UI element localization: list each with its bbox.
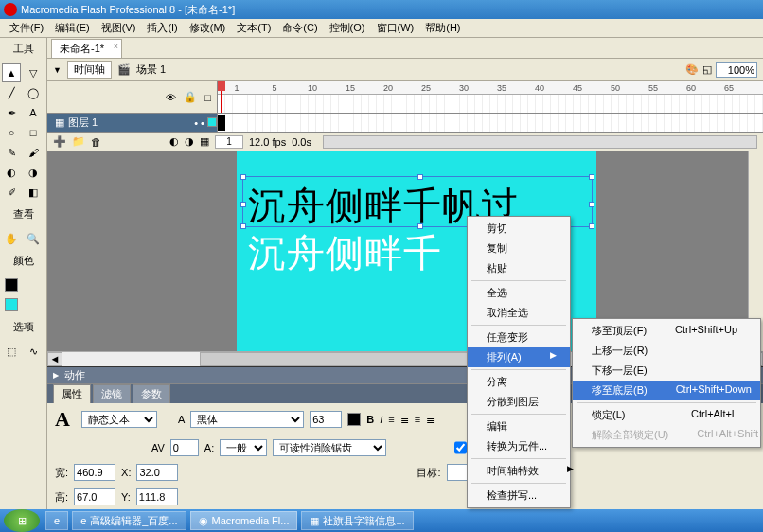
align-center-icon[interactable]: ≣ bbox=[400, 414, 409, 426]
menu-item[interactable]: 编辑 bbox=[468, 417, 570, 436]
letter-spacing[interactable] bbox=[170, 439, 199, 456]
delete-layer-icon[interactable]: 🗑 bbox=[91, 136, 101, 148]
onion3-icon[interactable]: ▦ bbox=[200, 135, 209, 148]
start-button[interactable]: ⊞ bbox=[4, 509, 40, 532]
add-folder-icon[interactable]: 📁 bbox=[72, 135, 85, 148]
zoom-tool[interactable]: 🔍 bbox=[24, 229, 43, 248]
lock-icon[interactable]: 🔒 bbox=[184, 91, 197, 103]
menu-item[interactable]: 粘贴 bbox=[468, 258, 570, 278]
italic-button[interactable]: I bbox=[380, 414, 382, 425]
text-color[interactable] bbox=[347, 413, 361, 426]
menu-item[interactable]: 时间轴特效▶ bbox=[468, 461, 570, 481]
stage-text-white[interactable]: 沉舟侧畔千 bbox=[248, 227, 442, 279]
hand-tool[interactable]: ✋ bbox=[2, 229, 21, 248]
current-frame[interactable] bbox=[215, 135, 243, 149]
menu-item[interactable]: 帮助(H) bbox=[419, 21, 466, 35]
zoom-input[interactable] bbox=[716, 62, 757, 78]
menu-item[interactable]: 修改(M) bbox=[184, 21, 232, 35]
width-input[interactable] bbox=[74, 464, 115, 481]
frame-ruler[interactable]: 15101520253035404550556065 bbox=[218, 81, 763, 95]
oval-tool[interactable]: ○ bbox=[2, 123, 21, 142]
menu-item[interactable]: 检查拼写... bbox=[468, 486, 570, 505]
layer-name[interactable]: ▦ 图层 1 • • bbox=[47, 114, 218, 132]
props-tab[interactable]: 参数 bbox=[133, 384, 170, 403]
text-tool[interactable]: A bbox=[24, 103, 43, 122]
menu-item[interactable]: 移至顶层(F)Ctrl+Shift+Up bbox=[573, 321, 760, 341]
menu-item[interactable]: 排列(A)▶ bbox=[468, 347, 570, 367]
taskbar-item[interactable]: ▦社旗县字籍信息... bbox=[301, 511, 413, 530]
workspace-icon[interactable]: 🎨 bbox=[685, 63, 699, 76]
selection-tool[interactable]: ▲ bbox=[2, 63, 21, 82]
align-left-icon[interactable]: ≡ bbox=[388, 414, 394, 425]
ink-tool[interactable]: ◐ bbox=[2, 163, 21, 182]
dropper-tool[interactable]: ✐ bbox=[2, 183, 21, 202]
menu-item[interactable]: 任意变形 bbox=[468, 328, 570, 347]
add-layer-icon[interactable]: ➕ bbox=[53, 135, 66, 148]
height-input[interactable] bbox=[74, 488, 115, 505]
timeline-button[interactable]: 时间轴 bbox=[67, 61, 112, 79]
menu-item[interactable]: 剪切 bbox=[468, 219, 570, 239]
no-stroke[interactable] bbox=[24, 275, 43, 294]
props-tab[interactable]: 属性 bbox=[53, 384, 91, 403]
menu-item[interactable]: 转换为元件... bbox=[468, 436, 570, 456]
close-icon[interactable]: × bbox=[114, 42, 118, 51]
taskbar-item[interactable]: ◉Macromedia Fl... bbox=[190, 511, 298, 530]
props-tab[interactable]: 滤镜 bbox=[93, 384, 131, 403]
lasso-tool[interactable]: ◯ bbox=[24, 83, 43, 102]
bucket-tool[interactable]: ◑ bbox=[24, 163, 43, 182]
font-size[interactable] bbox=[310, 411, 342, 428]
antialias-select[interactable]: 可读性消除锯齿 bbox=[273, 439, 386, 456]
onion-icon[interactable]: ◐ bbox=[169, 135, 179, 148]
align-justify-icon[interactable]: ≣ bbox=[426, 414, 435, 426]
eye-icon[interactable]: 👁 bbox=[166, 92, 176, 103]
position-select[interactable]: 一般 bbox=[220, 439, 267, 456]
menu-item[interactable]: 控制(O) bbox=[324, 21, 371, 35]
onion2-icon[interactable]: ◑ bbox=[185, 135, 194, 148]
taskbar-item[interactable]: e高级编辑器_百度... bbox=[72, 511, 186, 530]
keyframe[interactable] bbox=[218, 115, 225, 131]
snap-option[interactable]: ⬚ bbox=[2, 342, 21, 361]
menu-item[interactable]: 分离 bbox=[468, 372, 570, 392]
menu-item[interactable]: 下移一层(E) bbox=[573, 361, 760, 381]
taskbar-ie[interactable]: e bbox=[45, 511, 68, 530]
menu-item[interactable]: 文本(T) bbox=[231, 21, 276, 35]
menu-item[interactable]: 窗口(W) bbox=[371, 21, 420, 35]
smooth-option[interactable]: ∿ bbox=[24, 342, 43, 361]
pencil-tool[interactable]: ✎ bbox=[2, 143, 21, 162]
menu-item[interactable]: 移至底层(B)Ctrl+Shift+Down bbox=[573, 381, 760, 400]
chevron-down-icon[interactable]: ▼ bbox=[53, 65, 62, 75]
doc-tab[interactable]: 未命名-1* × bbox=[51, 39, 122, 58]
x-input[interactable] bbox=[136, 464, 178, 481]
menu-item[interactable]: 文件(F) bbox=[4, 21, 49, 35]
eraser-tool[interactable]: ◧ bbox=[24, 183, 43, 202]
rect-tool[interactable]: □ bbox=[24, 123, 43, 142]
menu-item[interactable]: 视图(V) bbox=[96, 21, 142, 35]
stroke-color[interactable] bbox=[2, 275, 21, 294]
menu-item[interactable]: 取消全选 bbox=[468, 303, 570, 323]
align-right-icon[interactable]: ≡ bbox=[415, 414, 420, 425]
brush-tool[interactable]: 🖌 bbox=[24, 143, 43, 162]
menu-item[interactable]: 命令(C) bbox=[276, 21, 323, 35]
outline-icon[interactable]: □ bbox=[204, 92, 211, 103]
text-type-select[interactable]: 静态文本 bbox=[81, 411, 157, 428]
menu-item[interactable]: 插入(I) bbox=[141, 21, 183, 35]
menu-item[interactable]: 分散到图层 bbox=[468, 392, 570, 412]
fill-color[interactable] bbox=[2, 295, 21, 314]
autokern-checkbox[interactable] bbox=[454, 439, 467, 456]
menu-item[interactable]: 锁定(L)Ctrl+Alt+L bbox=[573, 405, 760, 425]
menu-item[interactable]: 编辑(E) bbox=[49, 21, 96, 35]
playhead[interactable] bbox=[221, 81, 222, 113]
y-input[interactable] bbox=[136, 488, 178, 505]
menu-item[interactable]: 复制 bbox=[468, 239, 570, 258]
timeline-scrollbar[interactable] bbox=[323, 135, 757, 149]
layer-row[interactable]: ▦ 图层 1 • • bbox=[47, 114, 763, 133]
menu-item[interactable]: 上移一层(R) bbox=[573, 341, 760, 361]
menu-item[interactable]: 全选 bbox=[468, 283, 570, 303]
line-tool[interactable]: ╱ bbox=[2, 83, 21, 102]
bold-button[interactable]: B bbox=[366, 414, 374, 425]
pen-tool[interactable]: ✒ bbox=[2, 103, 21, 122]
subselection-tool[interactable]: ▽ bbox=[24, 63, 43, 82]
font-select[interactable]: 黑体 bbox=[190, 411, 304, 428]
menu-item[interactable]: 解除全部锁定(U)Ctrl+Alt+Shift+L bbox=[573, 425, 760, 445]
swap-color[interactable] bbox=[24, 295, 43, 314]
